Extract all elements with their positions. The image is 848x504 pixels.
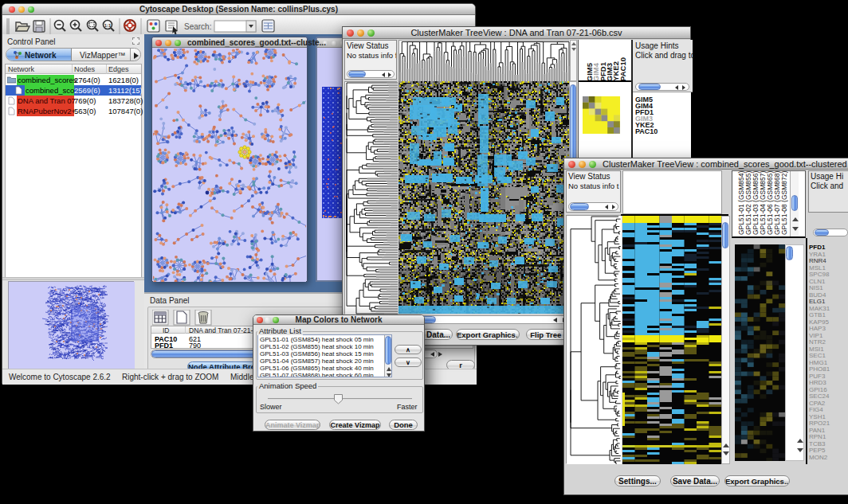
svg-text:Search:: Search:: [184, 22, 211, 31]
svg-text:1:1: 1:1: [104, 23, 112, 28]
